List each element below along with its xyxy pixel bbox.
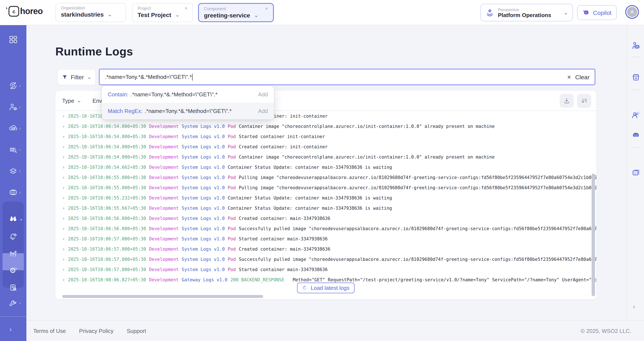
clear-x-icon[interactable]: × — [567, 73, 571, 81]
sidebar-item-kubernetes[interactable]: K8S › — [0, 184, 26, 201]
layers-icon — [8, 166, 18, 176]
sidebar-item-alerts[interactable] — [0, 228, 26, 245]
sidebar-item-usage-insights[interactable] — [0, 245, 26, 262]
expand-chevron-icon: › — [62, 267, 65, 272]
log-row[interactable]: ›2025-10-16T10:06:57.000+05:30Developmen… — [55, 244, 596, 254]
expand-chevron-icon: › — [62, 134, 65, 139]
chevron-right-icon: › — [19, 168, 21, 173]
clear-button[interactable]: Clear — [575, 74, 590, 80]
log-row[interactable]: ›2025-10-16T10:06:54.000+05:30Developmen… — [55, 131, 596, 142]
sidebar-divider — [0, 316, 26, 317]
log-row[interactable]: ›2025-10-16T10:06:57.000+05:30Developmen… — [55, 234, 596, 244]
project-label: Project — [138, 6, 151, 11]
left-sidebar: › › › › › K8S — [0, 25, 26, 341]
log-type: System Logs v1.0 — [182, 226, 225, 231]
log-message: Container Status Update: container main-… — [228, 165, 392, 170]
horizontal-scrollbar[interactable] — [62, 295, 263, 298]
log-timestamp: 2025-10-16T10:06:55.000+05:30 — [68, 185, 146, 190]
sidebar-item-layers[interactable]: › — [0, 162, 26, 179]
log-row[interactable]: ›2025-10-16T10:06:55.232+05:30Developmen… — [55, 193, 596, 203]
log-row[interactable]: ›2025-10-16T10:06:54.000+05:30Developmen… — [55, 152, 596, 162]
log-type: System Logs v1.0 — [182, 124, 225, 129]
sidebar-item-observability-header[interactable]: ⌄ — [0, 210, 26, 227]
alerts-bell-icon — [8, 232, 18, 241]
sidebar-item-governance[interactable]: › — [0, 141, 26, 158]
copyright-text: © 2025, WSO2 LLC. — [581, 327, 631, 334]
log-timestamp: 2025-10-16T10:06:55.000+05:30 — [68, 175, 146, 180]
perspective-selector[interactable]: Perspective Platform Operations ⌄ — [480, 4, 573, 21]
user-avatar[interactable]: A — [625, 5, 639, 19]
sidebar-item-build-deploy[interactable]: › — [0, 77, 26, 94]
terms-link[interactable]: Terms of Use — [33, 327, 66, 334]
feedback-icon[interactable] — [631, 110, 640, 119]
right-rail-divider — [631, 147, 641, 148]
log-message: Container image "choreocontrolplane.azur… — [239, 124, 494, 129]
log-timestamp: 2025-10-16T10:06:54.000+05:30 — [68, 124, 146, 129]
organization-selector[interactable]: Organization starkindustries ⌄ — [55, 3, 126, 22]
log-row[interactable]: ›2025-10-16T10:06:54.662+05:30Developmen… — [55, 162, 596, 172]
log-row[interactable]: ›2025-10-16T10:06:55.000+05:30Developmen… — [55, 172, 596, 182]
sidebar-item-admin-tools[interactable]: › — [0, 294, 26, 311]
sidebar-item-runtime[interactable]: ⚙ — [0, 262, 26, 279]
scroll-to-latest-button[interactable] — [577, 94, 591, 108]
log-row[interactable]: ›2025-10-16T10:06:56.000+05:30Developmen… — [55, 223, 596, 234]
expand-chevron-icon: › — [62, 277, 65, 283]
log-row[interactable]: ›2025-10-16T10:06:54.000+05:30Developmen… — [55, 142, 596, 152]
log-message: Started container main-3347938636 — [239, 267, 328, 272]
copilot-button[interactable]: Copilot — [577, 5, 617, 20]
log-row[interactable]: ›2025-10-16T10:06:55.000+05:30Developmen… — [55, 182, 596, 193]
sidebar-item-audit-logs[interactable] — [0, 279, 26, 296]
svg-text:⚙: ⚙ — [10, 266, 16, 275]
log-type: System Logs v1.0 — [182, 185, 225, 190]
choreo-docs-icon[interactable]: C — [631, 168, 640, 177]
log-row[interactable]: ›2025-10-16T10:06:55.667+05:30Developmen… — [55, 203, 596, 213]
log-message: Successfully pulled image "choreodevuser… — [239, 257, 596, 262]
sidebar-item-user-management[interactable]: › — [0, 99, 26, 116]
load-latest-logs-button[interactable]: Load latest logs — [297, 283, 354, 293]
build-deploy-gear-sync-icon — [8, 81, 18, 90]
privacy-link[interactable]: Privacy Policy — [79, 327, 114, 334]
log-pod-badge: Pod — [228, 124, 236, 129]
log-pod-badge: Pod — [228, 246, 236, 251]
log-type: Gateway Logs v1.0 — [182, 277, 228, 282]
perspective-value: Platform Operations — [498, 12, 560, 18]
support-link[interactable]: Support — [127, 327, 146, 334]
filter-button[interactable]: Filter ⌄ — [58, 69, 96, 85]
log-type: System Logs v1.0 — [182, 175, 225, 180]
filter-label: Filter — [71, 74, 84, 81]
close-icon[interactable]: × — [265, 6, 268, 11]
log-search-input[interactable]: .*name=Tony.*&.*Method=\"GET\".* × Clear — [99, 69, 596, 85]
log-row[interactable]: ›2025-10-16T10:06:54.000+05:30Developmen… — [55, 121, 596, 131]
user-management-icon — [8, 102, 18, 112]
copilot-label: Copilot — [593, 9, 612, 16]
log-row[interactable]: ›2025-10-16T10:06:56.000+05:30Developmen… — [55, 213, 596, 223]
expand-sidebar-button[interactable]: › — [9, 325, 12, 334]
log-row[interactable]: ›2025-10-16T10:06:57.000+05:30Developmen… — [55, 254, 596, 264]
marketplace-icon[interactable] — [631, 73, 640, 82]
project-selector[interactable]: Project × Test Project ⌄ — [132, 3, 193, 22]
footer: Terms of Use Privacy Policy Support © 20… — [26, 320, 644, 341]
contain-option[interactable]: Contain: .*name=Tony.*&.*Method=\"GET\".… — [102, 86, 274, 103]
match-regex-option[interactable]: Match RegEx: .*name=Tony.*&.*Method=\"GE… — [102, 103, 274, 119]
type-column-filter[interactable]: Type⌄ — [62, 97, 81, 104]
sidebar-item-overview[interactable] — [0, 31, 26, 48]
choreo-logo[interactable]: ʻ c horeo — [6, 6, 42, 17]
log-environment: Development — [149, 154, 179, 159]
download-logs-button[interactable] — [560, 94, 574, 108]
component-selector[interactable]: Component × greeting-service ⌄ — [198, 3, 274, 22]
sidebar-item-cloud-resources[interactable]: › — [0, 120, 26, 137]
copilot-robot-icon — [582, 9, 590, 17]
log-message: Container image "choreocontrolplane.azur… — [239, 154, 494, 159]
close-icon[interactable]: × — [185, 6, 188, 11]
expand-chevron-icon: › — [62, 205, 65, 211]
developer-portal-icon[interactable] — [631, 41, 640, 50]
log-message: Container Status Update: container main-… — [228, 205, 392, 211]
add-regex-button[interactable]: Add — [253, 108, 268, 114]
discord-icon[interactable] — [631, 130, 640, 140]
add-contain-button[interactable]: Add — [253, 91, 268, 98]
log-row[interactable]: ›2025-10-16T10:06:57.000+05:30Developmen… — [55, 264, 596, 274]
vertical-scrollbar[interactable] — [592, 173, 595, 296]
expand-chevron-icon: › — [62, 246, 65, 252]
avatar-initial: A — [627, 7, 637, 17]
expand-right-rail-button[interactable]: › — [633, 303, 635, 310]
